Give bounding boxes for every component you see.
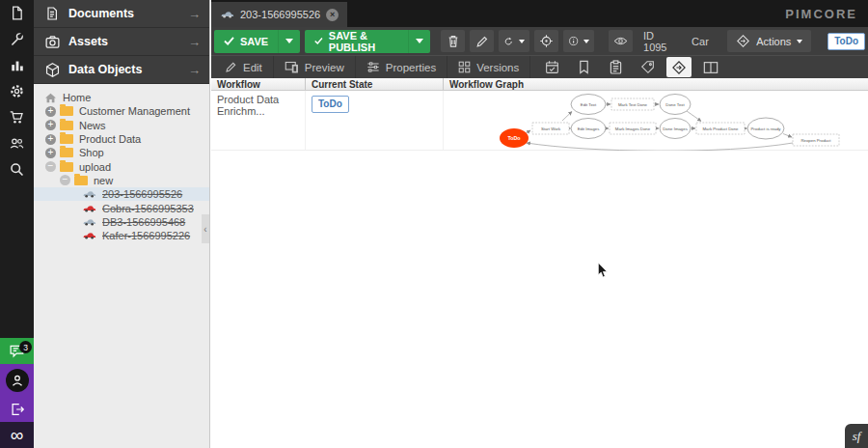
tab-edit[interactable]: Edit bbox=[214, 56, 274, 79]
open-panel-arrow-icon[interactable] bbox=[188, 5, 201, 22]
tab-properties[interactable]: Properties bbox=[356, 56, 448, 79]
svg-text:Done Text: Done Text bbox=[665, 102, 685, 107]
tree-item-kafer-1566995226[interactable]: Kafer-1566995226 bbox=[34, 229, 209, 242]
folder-icon bbox=[74, 176, 88, 185]
info-dropdown-caret[interactable] bbox=[583, 40, 589, 43]
reload-button[interactable] bbox=[499, 30, 529, 52]
tree-item-home[interactable]: Home bbox=[34, 91, 209, 104]
workflow-state-badge[interactable]: ToDo bbox=[827, 33, 865, 50]
expand-plus-icon[interactable] bbox=[45, 148, 56, 158]
preview-eye-button[interactable] bbox=[609, 30, 633, 52]
collapse-minus-icon[interactable] bbox=[45, 161, 56, 172]
tab-properties-label: Properties bbox=[386, 62, 436, 73]
file-icon[interactable] bbox=[0, 0, 34, 26]
locate-in-tree-button[interactable] bbox=[534, 30, 558, 52]
logout-button[interactable] bbox=[0, 397, 34, 422]
folder-icon bbox=[60, 121, 73, 130]
users-icon[interactable] bbox=[0, 130, 34, 156]
settings-gear-icon[interactable] bbox=[0, 78, 34, 104]
tab-schedule[interactable] bbox=[539, 57, 564, 77]
close-icon[interactable] bbox=[326, 9, 339, 21]
pencil-icon bbox=[225, 61, 237, 73]
tab-preview[interactable]: Preview bbox=[274, 56, 356, 79]
tree-item-product-data[interactable]: Product Data bbox=[34, 132, 209, 146]
notifications-chat-button[interactable]: 3 bbox=[0, 338, 34, 364]
workflow-name-cell: Product Data Enrichm... bbox=[211, 91, 306, 150]
tree-item-shop[interactable]: Shop bbox=[34, 146, 209, 159]
search-icon[interactable] bbox=[0, 156, 34, 182]
sidebar-item-data-objects[interactable]: Data Objects bbox=[34, 56, 209, 84]
folder-icon bbox=[60, 162, 73, 172]
tab-notes-events[interactable] bbox=[571, 57, 596, 77]
ecommerce-cart-icon[interactable] bbox=[0, 104, 34, 130]
tab-preview-label: Preview bbox=[305, 62, 344, 73]
svg-text:Reopen Product: Reopen Product bbox=[800, 138, 831, 143]
check-icon bbox=[224, 37, 234, 45]
column-header-workflow[interactable]: Workflow bbox=[211, 78, 306, 90]
column-header-current-state[interactable]: Current State bbox=[306, 78, 444, 90]
info-button[interactable] bbox=[563, 30, 594, 52]
tree-item-cobra-1566995353[interactable]: Cobra-1566995353 bbox=[34, 201, 209, 214]
save-dropdown-button[interactable] bbox=[278, 30, 300, 53]
main-panel: 203-1566995526 PIMCORE SAVE SAVE & PUBLI… bbox=[211, 0, 868, 448]
sidebar-item-label: Assets bbox=[68, 35, 188, 48]
tab-workflow[interactable] bbox=[666, 57, 692, 77]
tab-versions-label: Versions bbox=[476, 62, 519, 73]
reports-chart-icon[interactable] bbox=[0, 52, 34, 78]
column-header-workflow-graph[interactable]: Workflow Graph bbox=[444, 78, 868, 90]
tab-dependencies[interactable] bbox=[603, 57, 628, 77]
calendar-check-icon bbox=[545, 60, 559, 74]
target-icon bbox=[539, 34, 554, 48]
tab-versions[interactable]: Versions bbox=[448, 56, 530, 79]
open-panel-arrow-icon[interactable] bbox=[188, 61, 201, 78]
collapse-minus-icon[interactable] bbox=[60, 175, 70, 185]
svg-text:ToDo: ToDo bbox=[507, 135, 521, 141]
folder-icon bbox=[60, 134, 73, 144]
symfony-profiler-button[interactable]: sf bbox=[845, 424, 868, 448]
actions-label: Actions bbox=[756, 36, 791, 47]
tree-item-new[interactable]: new bbox=[34, 174, 209, 187]
rename-button[interactable] bbox=[470, 30, 494, 52]
tab-203-1566995526[interactable]: 203-1566995526 bbox=[211, 2, 347, 27]
tree-item-customer-management[interactable]: Customer Management bbox=[34, 104, 209, 118]
tree-item-db3-1566995468[interactable]: DB3-1566995468 bbox=[34, 215, 209, 229]
logout-icon bbox=[10, 402, 25, 417]
save-publish-dropdown-button[interactable] bbox=[408, 30, 430, 53]
svg-text:Edit Text: Edit Text bbox=[581, 102, 597, 107]
reload-dropdown-caret[interactable] bbox=[519, 40, 525, 43]
tools-wrench-icon[interactable] bbox=[0, 26, 34, 52]
sidebar-item-assets[interactable]: Assets bbox=[34, 28, 209, 56]
open-panel-arrow-icon[interactable] bbox=[188, 33, 201, 50]
tab-edit-label: Edit bbox=[243, 62, 262, 73]
user-avatar-button[interactable] bbox=[0, 364, 34, 397]
workflow-grid-header: Workflow Current State Workflow Graph bbox=[211, 78, 868, 91]
workflow-grid-row[interactable]: Product Data Enrichm... ToDo bbox=[211, 91, 868, 151]
expand-plus-icon[interactable] bbox=[45, 106, 56, 117]
person-icon bbox=[11, 374, 24, 387]
object-tab-strip: Edit Preview Properties Versions bbox=[211, 55, 868, 78]
tree-item-203-1566995526[interactable]: 203-1566995526 bbox=[34, 187, 209, 201]
versions-grid-icon bbox=[458, 61, 471, 73]
save-publish-button[interactable]: SAVE & PUBLISH bbox=[305, 30, 430, 53]
save-button[interactable]: SAVE bbox=[214, 30, 300, 53]
workflow-actions-button[interactable]: Actions bbox=[727, 30, 811, 52]
tab-app-logger[interactable] bbox=[698, 57, 723, 77]
tab-tags[interactable] bbox=[635, 57, 660, 77]
expand-plus-icon[interactable] bbox=[45, 120, 56, 130]
delete-button[interactable] bbox=[441, 30, 465, 52]
book-columns-icon bbox=[703, 61, 719, 74]
tree-item-news[interactable]: News bbox=[34, 119, 209, 132]
sidebar-item-label: Documents bbox=[68, 7, 188, 20]
sidebar-item-documents[interactable]: Documents bbox=[34, 0, 209, 28]
sidebar-collapse-handle[interactable] bbox=[202, 214, 209, 243]
save-publish-button-label: SAVE & PUBLISH bbox=[329, 30, 398, 53]
tab-bar: 203-1566995526 PIMCORE bbox=[211, 0, 868, 27]
main-icon-bar: 3 bbox=[0, 0, 34, 448]
pimcore-infinity-logo[interactable] bbox=[0, 422, 34, 448]
expand-plus-icon[interactable] bbox=[45, 134, 56, 145]
tree-item-upload[interactable]: upload bbox=[34, 159, 209, 173]
clipboard-icon bbox=[610, 60, 622, 74]
refresh-icon bbox=[503, 35, 513, 48]
car-icon-red bbox=[82, 232, 96, 239]
car-icon-red bbox=[82, 205, 96, 212]
